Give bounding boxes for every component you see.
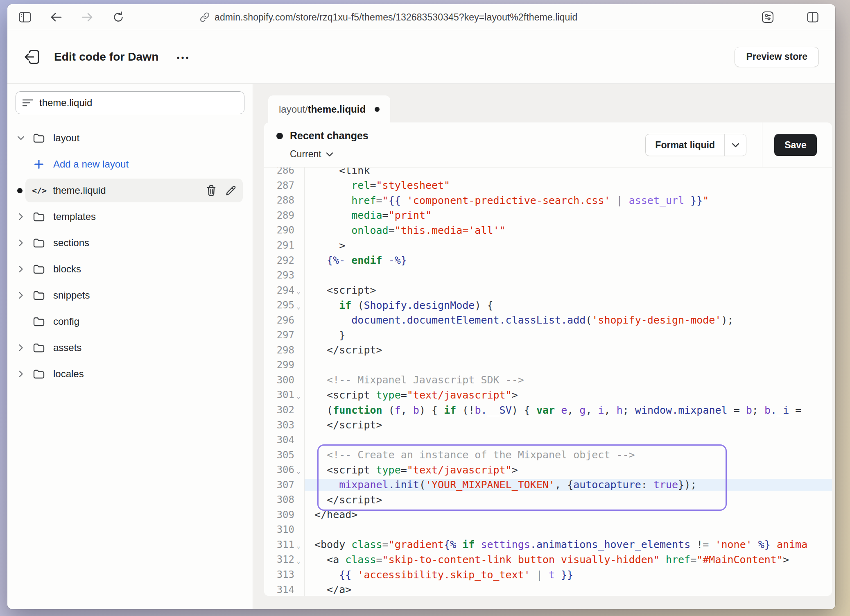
sidebar-item-assets[interactable]: assets	[16, 335, 244, 361]
code-line-text[interactable]: <script type="text/javascript">	[305, 464, 832, 476]
file-filter-input[interactable]	[39, 97, 237, 109]
code-line-text[interactable]: </head>	[305, 509, 832, 521]
code-line-text[interactable]: rel="stylesheet"	[305, 179, 832, 191]
code-line[interactable]: 289 media="print"	[264, 208, 832, 223]
code-line[interactable]: 290 onload="this.media='all'"	[264, 223, 832, 238]
page-settings-icon[interactable]	[761, 10, 775, 24]
code-line-text[interactable]: </script>	[305, 419, 832, 431]
code-line[interactable]: 309</head>	[264, 507, 832, 523]
sidebar-item-templates[interactable]: templates	[16, 204, 244, 230]
sidebar-item-snippets[interactable]: snippets	[16, 282, 244, 308]
code-line[interactable]: 287 rel="stylesheet"	[264, 178, 832, 193]
code-line[interactable]: 288 href="{{ 'component-predictive-searc…	[264, 193, 832, 208]
pencil-icon[interactable]	[226, 185, 236, 196]
code-line-text[interactable]: onload="this.media='all'"	[305, 224, 832, 236]
chevron-down-icon[interactable]	[16, 136, 25, 140]
more-actions-button[interactable]: •••	[176, 51, 190, 63]
code-line[interactable]: 310	[264, 522, 832, 537]
back-icon[interactable]	[49, 10, 63, 24]
code-line-text[interactable]: <link	[305, 168, 832, 177]
code-line-text[interactable]: >	[305, 240, 832, 251]
code-line[interactable]: 305 <!-- Create an instance of the Mixpa…	[264, 447, 832, 462]
chevron-right-icon[interactable]	[16, 213, 25, 220]
code-line-text[interactable]: <!-- Create an instance of the Mixpanel …	[305, 449, 832, 461]
code-line[interactable]: 301⌄ <script type="text/javascript">	[264, 387, 832, 403]
chevron-right-icon[interactable]	[16, 240, 25, 246]
code-line-text[interactable]: (function (f, b) { if (!b.__SV) { var e,…	[305, 404, 832, 416]
preview-store-button[interactable]: Preview store	[735, 47, 819, 67]
code-line-text[interactable]: <a class="skip-to-content-link button vi…	[305, 554, 832, 566]
code-line[interactable]: 302 (function (f, b) { if (!b.__SV) { va…	[264, 403, 832, 418]
code-line-text[interactable]: document.documentElement.classList.add('…	[305, 314, 832, 326]
chevron-right-icon[interactable]	[16, 266, 25, 272]
format-liquid-button[interactable]: Format liquid	[645, 134, 746, 156]
code-line-text[interactable]: href="{{ 'component-predictive-search.cs…	[305, 195, 832, 206]
code-line-text[interactable]: if (Shopify.designMode) {	[305, 299, 832, 311]
split-view-icon[interactable]	[806, 10, 820, 24]
code-line-text[interactable]: </a>	[305, 584, 832, 596]
code-line-text[interactable]: </script>	[305, 344, 832, 356]
code-line[interactable]: 311⌄<body class="gradient{% if settings.…	[264, 537, 832, 553]
sidebar-item-locales[interactable]: locales	[16, 361, 244, 387]
forward-icon[interactable]	[80, 10, 94, 24]
code-area[interactable]: 286 <link287 rel="stylesheet"288 href="{…	[264, 168, 832, 596]
trash-icon[interactable]	[206, 185, 217, 196]
chevron-down-icon[interactable]	[725, 134, 746, 156]
code-line[interactable]: 304	[264, 433, 832, 448]
code-line[interactable]: 297 }	[264, 328, 832, 343]
exit-icon[interactable]	[24, 49, 40, 65]
code-line[interactable]: 294⌄ <script>	[264, 283, 832, 298]
active-code-line-text[interactable]: mixpanel.init('YOUR_MIXPANEL_TOKEN', {au…	[305, 479, 832, 491]
sidebar-toggle-icon[interactable]	[18, 10, 32, 24]
chevron-right-icon[interactable]	[16, 371, 25, 377]
code-line-text[interactable]: media="print"	[305, 209, 832, 221]
address-bar[interactable]: admin.shopify.com/store/rzq1xu-f5/themes…	[200, 4, 577, 30]
sidebar-item-add-a-new-layout[interactable]: Add a new layout	[16, 151, 244, 177]
sidebar-item-config[interactable]: config	[16, 308, 244, 335]
reload-icon[interactable]	[111, 10, 125, 24]
file-filter-box[interactable]	[16, 91, 244, 114]
fold-icon[interactable]: ⌄	[294, 390, 303, 400]
code-line[interactable]: 300 <!-- Mixpanel Javascript SDK -->	[264, 373, 832, 388]
fold-icon[interactable]: ⌄	[294, 555, 303, 565]
code-line[interactable]: 314 </a>	[264, 582, 832, 596]
sidebar-item-blocks[interactable]: blocks	[16, 256, 244, 282]
code-line[interactable]: 303 </script>	[264, 417, 832, 433]
code-line[interactable]: 295⌄ if (Shopify.designMode) {	[264, 298, 832, 313]
code-line-text[interactable]: }	[305, 329, 832, 341]
fold-icon[interactable]: ⌄	[294, 285, 303, 295]
version-dropdown[interactable]: Current	[290, 149, 333, 160]
code-line[interactable]: 293	[264, 268, 832, 283]
code-line[interactable]: 312⌄ <a class="skip-to-content-link butt…	[264, 552, 832, 567]
chevron-right-icon[interactable]	[16, 292, 25, 299]
chevron-right-icon[interactable]	[16, 344, 25, 351]
code-line-text[interactable]: </script>	[305, 494, 832, 506]
code-line[interactable]: 298 </script>	[264, 343, 832, 358]
sidebar-item-theme-liquid[interactable]: </>theme.liquid	[16, 177, 244, 204]
code-line[interactable]: 308 </script>	[264, 492, 832, 507]
sidebar-item-layout[interactable]: layout	[16, 125, 244, 151]
code-line[interactable]: 291 >	[264, 238, 832, 253]
code-line[interactable]: 296 document.documentElement.classList.a…	[264, 313, 832, 328]
code-line[interactable]: 306⌄ <script type="text/javascript">	[264, 462, 832, 478]
code-line[interactable]: 313 {{ 'accessibility.skip_to_text' | t …	[264, 567, 832, 582]
fold-icon[interactable]: ⌄	[294, 300, 303, 310]
code-line-text[interactable]: <body class="gradient{% if settings.anim…	[305, 539, 832, 550]
fold-icon[interactable]: ⌄	[294, 465, 303, 475]
selected-file[interactable]: </>theme.liquid	[25, 179, 243, 202]
code-line-text[interactable]: <!-- Mixpanel Javascript SDK -->	[305, 374, 832, 386]
format-liquid-label[interactable]: Format liquid	[646, 134, 725, 156]
fold-icon[interactable]: ⌄	[294, 539, 303, 550]
file-tree: layoutAdd a new layout</>theme.liquidtem…	[16, 125, 244, 387]
code-line-text[interactable]: <script type="text/javascript">	[305, 389, 832, 401]
code-line[interactable]: 299	[264, 358, 832, 373]
code-line-text[interactable]: <script>	[305, 284, 832, 296]
code-line[interactable]: 307 mixpanel.init('YOUR_MIXPANEL_TOKEN',…	[264, 477, 832, 492]
code-line[interactable]: 286 <link	[264, 168, 832, 178]
code-line-text[interactable]: {{ 'accessibility.skip_to_text' | t }}	[305, 569, 832, 581]
sidebar-item-sections[interactable]: sections	[16, 230, 244, 256]
editor-tab[interactable]: layout/theme.liquid	[268, 95, 390, 123]
save-button[interactable]: Save	[774, 134, 817, 156]
code-line[interactable]: 292 {%- endif -%}	[264, 253, 832, 268]
code-line-text[interactable]: {%- endif -%}	[305, 254, 832, 266]
